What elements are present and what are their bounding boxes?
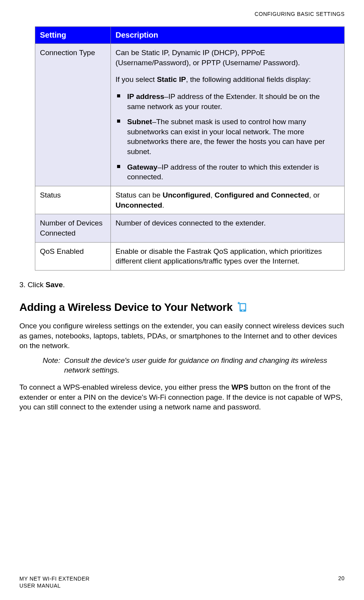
table-row: Status Status can be Unconfigured, Confi… bbox=[35, 186, 345, 214]
connection-type-bullet-list: IP address–IP address of the Extender. I… bbox=[116, 92, 340, 182]
description-cell-connection-type: Can be Static IP, Dynamic IP (DHCP), PPP… bbox=[111, 44, 345, 186]
table-row: Number of Devices Connected Number of de… bbox=[35, 214, 345, 242]
list-item: Subnet–The subnet mask is used to contro… bbox=[116, 117, 340, 157]
page-header-topic: CONFIGURING BASIC SETTINGS bbox=[19, 11, 345, 17]
svg-rect-1 bbox=[240, 304, 245, 309]
description-cell-num-devices: Number of devices connected to the exten… bbox=[111, 214, 345, 242]
table-row: QoS Enabled Enable or disable the Fastra… bbox=[35, 242, 345, 270]
setting-cell-num-devices: Number of Devices Connected bbox=[35, 214, 111, 242]
connection-type-static-note: If you select Static IP, the following a… bbox=[116, 75, 340, 85]
setting-cell-connection-type: Connection Type bbox=[35, 44, 111, 186]
table-row: Connection Type Can be Static IP, Dynami… bbox=[35, 44, 345, 186]
section-heading-row: Adding a Wireless Device to Your Network bbox=[19, 301, 345, 314]
description-cell-qos: Enable or disable the Fastrak QoS applic… bbox=[111, 242, 345, 270]
section-para-2: To connect a WPS-enabled wireless device… bbox=[19, 382, 345, 412]
footer-page-number: 20 bbox=[338, 575, 345, 589]
page-footer: MY NET WI-FI EXTENDER USER MANUAL 20 bbox=[19, 575, 345, 589]
footer-product-name: MY NET WI-FI EXTENDER USER MANUAL bbox=[19, 575, 90, 589]
svg-point-2 bbox=[242, 310, 243, 311]
description-cell-status: Status can be Unconfigured, Configured a… bbox=[111, 186, 345, 214]
section-heading-adding-wireless: Adding a Wireless Device to Your Network bbox=[19, 301, 233, 314]
table-header-setting: Setting bbox=[35, 27, 111, 44]
add-device-icon bbox=[236, 301, 248, 314]
note-row: Note: Consult the device's user guide fo… bbox=[43, 355, 345, 375]
note-label: Note: bbox=[43, 355, 60, 375]
list-item: Gateway–IP address of the router to whic… bbox=[116, 162, 340, 182]
table-header-description: Description bbox=[111, 27, 345, 44]
section-para-1: Once you configure wireless settings on … bbox=[19, 321, 345, 351]
connection-type-intro: Can be Static IP, Dynamic IP (DHCP), PPP… bbox=[116, 48, 340, 68]
setting-cell-qos: QoS Enabled bbox=[35, 242, 111, 270]
list-item: IP address–IP address of the Extender. I… bbox=[116, 92, 340, 111]
setting-cell-status: Status bbox=[35, 186, 111, 214]
step-3-click-save: 3. Click Save. bbox=[19, 281, 345, 289]
settings-table: Setting Description Connection Type Can … bbox=[35, 26, 345, 271]
note-text: Consult the device's user guide for guid… bbox=[64, 355, 345, 375]
